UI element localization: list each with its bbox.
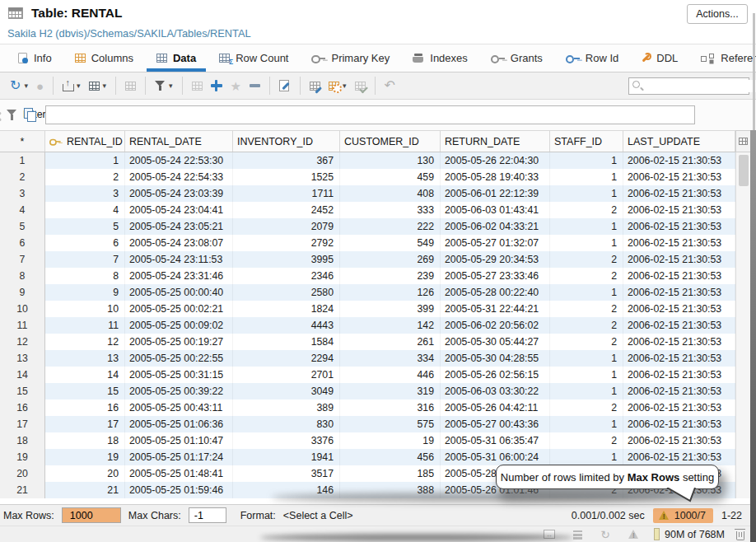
cell-rental_date[interactable]: 2005-05-25 00:31:15: [125, 367, 233, 383]
cell-customer_id[interactable]: 399: [340, 301, 441, 317]
filter-rows-dropdown-caret-icon[interactable]: ▾: [169, 82, 173, 90]
cell-rental_date[interactable]: 2005-05-24 23:08:07: [125, 235, 233, 251]
cell-staff_id[interactable]: 1: [550, 152, 623, 169]
row-number[interactable]: 1: [0, 152, 45, 169]
vertical-scrollbar[interactable]: [735, 152, 750, 498]
cell-return_date[interactable]: 2005-05-27 00:43:36: [441, 416, 550, 432]
cell-staff_id[interactable]: 2: [550, 317, 623, 334]
cell-inventory_id[interactable]: 2346: [233, 268, 340, 284]
copy-filter-icon[interactable]: [24, 108, 36, 121]
sync-status-icon[interactable]: ↻: [600, 529, 610, 540]
cell-rental_date[interactable]: 2005-05-24 23:03:39: [125, 185, 233, 202]
cell-rental_date[interactable]: 2005-05-24 22:53:30: [125, 152, 233, 169]
cell-rental_id[interactable]: 16: [45, 399, 125, 416]
cell-return_date[interactable]: 2005-05-27 01:32:07: [441, 235, 550, 251]
cell-last_update[interactable]: 2006-02-15 21:30:53: [623, 152, 735, 169]
cell-return_date[interactable]: 2005-05-31 22:44:21: [441, 301, 550, 317]
cell-rental_date[interactable]: 2005-05-25 01:59:46: [125, 482, 233, 498]
cell-rental_id[interactable]: 15: [45, 383, 125, 399]
cell-staff_id[interactable]: 1: [550, 218, 623, 235]
database-sessions-icon[interactable]: [573, 530, 582, 540]
cell-staff_id[interactable]: 2: [550, 251, 623, 268]
row-number[interactable]: 15: [0, 383, 45, 399]
cell-rental_date[interactable]: 2005-05-25 00:22:55: [125, 350, 233, 367]
row-number[interactable]: 13: [0, 350, 45, 367]
cell-return_date[interactable]: 2005-05-26 04:42:11: [441, 399, 550, 416]
column-header-rental_id[interactable]: RENTAL_ID: [45, 131, 125, 152]
cell-rental_id[interactable]: 20: [45, 465, 125, 482]
cell-customer_id[interactable]: 334: [340, 350, 441, 367]
cell-customer_id[interactable]: 239: [340, 268, 441, 284]
cell-rental_id[interactable]: 17: [45, 416, 125, 432]
cell-last_update[interactable]: 2006-02-15 21:30:53: [623, 317, 735, 334]
cell-rental_id[interactable]: 5: [45, 218, 125, 235]
tab-data[interactable]: Data: [145, 44, 208, 72]
cell-last_update[interactable]: 2006-02-15 21:30:53: [623, 416, 735, 432]
column-header-staff_id[interactable]: STAFF_ID: [550, 131, 623, 152]
cell-last_update[interactable]: 2006-02-15 21:30:53: [623, 218, 735, 235]
cell-rental_date[interactable]: 2005-05-24 23:11:53: [125, 251, 233, 268]
row-number[interactable]: 17: [0, 416, 45, 432]
cell-last_update[interactable]: 2006-02-15 21:30:53: [623, 284, 735, 301]
cell-inventory_id[interactable]: 3517: [233, 465, 340, 482]
tab-indexes[interactable]: Indexes: [401, 44, 479, 72]
cell-staff_id[interactable]: 2: [550, 399, 623, 416]
cell-return_date[interactable]: 2005-05-29 20:34:53: [441, 251, 550, 268]
refresh-dropdown-caret-icon[interactable]: ▾: [24, 82, 28, 90]
cell-rental_date[interactable]: 2005-05-24 23:05:21: [125, 218, 233, 235]
cell-staff_id[interactable]: 2: [550, 334, 623, 350]
column-header-customer_id[interactable]: CUSTOMER_ID: [340, 131, 441, 152]
cell-last_update[interactable]: 2006-02-15 21:30:53: [623, 235, 735, 251]
row-number[interactable]: 21: [0, 482, 45, 498]
cell-last_update[interactable]: 2006-02-15 21:30:53: [623, 169, 735, 185]
cell-last_update[interactable]: 2006-02-15 21:30:53: [623, 202, 735, 218]
cell-inventory_id[interactable]: 2452: [233, 202, 340, 218]
cell-return_date[interactable]: 2005-06-02 04:33:21: [441, 218, 550, 235]
column-header-last_update[interactable]: LAST_UPDATE: [623, 131, 735, 152]
row-number[interactable]: 18: [0, 432, 45, 449]
cell-rental_date[interactable]: 2005-05-25 00:19:27: [125, 334, 233, 350]
cell-last_update[interactable]: 2006-02-15 21:30:53: [623, 383, 735, 399]
cell-last_update[interactable]: 2006-02-15 21:30:53: [623, 350, 735, 367]
cell-rental_id[interactable]: 4: [45, 202, 125, 218]
export-grid-button[interactable]: ▾: [59, 77, 84, 95]
tab-grants[interactable]: Grants: [479, 44, 554, 72]
cell-rental_id[interactable]: 14: [45, 367, 125, 383]
cell-rental_date[interactable]: 2005-05-25 00:43:11: [125, 399, 233, 416]
cell-rental_date[interactable]: 2005-05-25 01:06:36: [125, 416, 233, 432]
alerts-icon[interactable]: [628, 530, 639, 539]
scrollbar-thumb[interactable]: [739, 155, 749, 186]
tab-row-id[interactable]: Row Id: [554, 44, 630, 72]
cell-rental_date[interactable]: 2005-05-25 00:39:22: [125, 383, 233, 399]
cell-customer_id[interactable]: 408: [340, 185, 441, 202]
cell-inventory_id[interactable]: 3049: [233, 383, 340, 399]
cell-staff_id[interactable]: 2: [550, 202, 623, 218]
cell-return_date[interactable]: 2005-05-26 22:04:30: [441, 152, 550, 169]
cell-return_date[interactable]: 2005-05-28 19:40:33: [441, 169, 550, 185]
cell-customer_id[interactable]: 19: [340, 432, 441, 449]
cell-staff_id[interactable]: 1: [550, 367, 623, 383]
cell-customer_id[interactable]: 222: [340, 218, 441, 235]
edit-in-script-button[interactable]: [276, 77, 294, 95]
cell-last_update[interactable]: 2006-02-15 21:30:53: [623, 185, 735, 202]
cell-rental_date[interactable]: 2005-05-25 01:10:47: [125, 432, 233, 449]
row-number[interactable]: 11: [0, 317, 45, 334]
cell-rental_id[interactable]: 3: [45, 185, 125, 202]
tab-row-count[interactable]: ΣRow Count: [208, 44, 300, 72]
cell-staff_id[interactable]: 2: [550, 301, 623, 317]
cell-inventory_id[interactable]: 2580: [233, 284, 340, 301]
cell-rental_id[interactable]: 21: [45, 482, 125, 498]
max-chars-input[interactable]: [189, 507, 226, 523]
cell-rental_id[interactable]: 13: [45, 350, 125, 367]
delete-row-button[interactable]: [246, 81, 264, 91]
cell-return_date[interactable]: 2005-05-30 04:28:55: [441, 350, 550, 367]
max-rows-input[interactable]: [62, 507, 121, 523]
cell-staff_id[interactable]: 1: [550, 383, 623, 399]
tab-ddl[interactable]: DDL: [630, 44, 689, 72]
cell-last_update[interactable]: 2006-02-15 21:30:53: [623, 301, 735, 317]
rows-limited-badge[interactable]: 1000/7: [653, 508, 713, 523]
cell-return_date[interactable]: 2005-05-30 05:44:27: [441, 334, 550, 350]
cell-staff_id[interactable]: 1: [550, 284, 623, 301]
cell-inventory_id[interactable]: 2701: [233, 367, 340, 383]
cell-return_date[interactable]: 2005-06-03 01:43:41: [441, 202, 550, 218]
